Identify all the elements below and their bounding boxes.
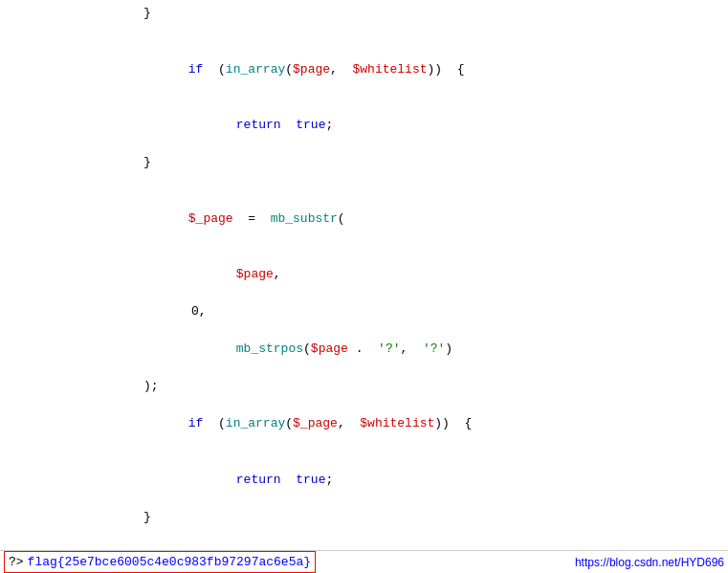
code-line: return true;	[0, 98, 728, 154]
prompt-symbol: ?>	[9, 553, 24, 572]
flag-box: ?> flag{25e7bce6005c4e0c983fb97297ac6e5a…	[4, 551, 316, 573]
code-line: );	[0, 377, 728, 396]
code-line: if (in_array($_page, $whitelist)) {	[0, 396, 728, 452]
footer-url: https://blog.csdn.net/HYD696	[575, 554, 724, 571]
code-line	[0, 526, 728, 545]
code-line: }	[0, 4, 728, 23]
code-line	[0, 172, 728, 191]
code-line: 0,	[0, 302, 728, 321]
code-line: $_page = mb_substr(	[0, 190, 728, 247]
code-line: if (in_array($page, $whitelist)) {	[0, 41, 728, 98]
code-container: } if (in_array($page, $whitelist)) { ret…	[0, 0, 728, 550]
flag-value: flag{25e7bce6005c4e0c983fb97297ac6e5a}	[28, 553, 311, 572]
code-line: mb_strpos($page . '?', '?')	[0, 321, 728, 378]
code-line	[0, 23, 728, 42]
code-line: return true;	[0, 452, 728, 508]
code-line: $page,	[0, 247, 728, 303]
code-line: }	[0, 153, 728, 172]
footer-bar: ?> flag{25e7bce6005c4e0c983fb97297ac6e5a…	[0, 550, 728, 573]
code-line: }	[0, 508, 728, 527]
